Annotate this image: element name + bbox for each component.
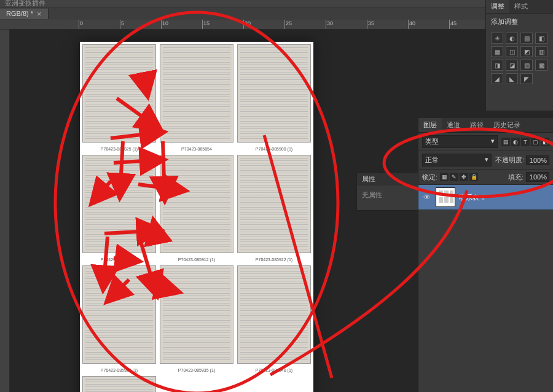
properties-panel: 属性 无属性 bbox=[356, 172, 424, 211]
contact-sheet-page: P70423-085940 (1) bbox=[237, 265, 311, 364]
fill-label: 填充: bbox=[508, 173, 524, 182]
contact-sheet-page: P70423-085912 (1) bbox=[160, 155, 233, 253]
tab-styles[interactable]: 样式 bbox=[509, 0, 533, 13]
plugin-label: 亚洲变换插件 bbox=[5, 0, 45, 8]
tab-paths[interactable]: 路径 bbox=[465, 118, 488, 132]
ruler-label: 0 bbox=[80, 20, 83, 26]
adjustment-icon[interactable]: ▩ bbox=[535, 60, 547, 71]
ruler-label: 40 bbox=[409, 20, 415, 26]
page-thumbnail-label: P70423-085854 bbox=[160, 147, 233, 151]
adjustment-icon[interactable]: ▤ bbox=[520, 33, 533, 44]
page-thumbnail bbox=[82, 155, 156, 253]
adjustment-icon[interactable]: ☀ bbox=[491, 33, 503, 44]
layer-kind-label: 类型 bbox=[425, 137, 439, 146]
lock-transparent-icon[interactable]: ▦ bbox=[440, 173, 449, 181]
lock-icons-group: ▦ ✎ ✥ 🔒 bbox=[440, 173, 478, 181]
filter-icons: ▤ ◐ T ▢ ◧ bbox=[501, 138, 549, 146]
adjustment-icon[interactable]: ◧ bbox=[535, 33, 547, 44]
ruler-tick bbox=[367, 20, 367, 29]
blend-opacity-row: 正常 ▾ 不透明度: 100% bbox=[418, 151, 553, 170]
ruler-tick bbox=[408, 20, 409, 29]
layer-item[interactable]: 👁 联系表 II bbox=[418, 185, 553, 210]
lock-all-icon[interactable]: 🔒 bbox=[469, 173, 478, 181]
contact-sheet-page: P70423-085854 bbox=[160, 44, 233, 143]
ruler-label: 35 bbox=[368, 20, 374, 26]
adjustment-icon[interactable]: ◨ bbox=[491, 60, 503, 71]
chevron-down-icon: ▾ bbox=[485, 155, 488, 165]
filter-pixel-icon[interactable]: ▤ bbox=[501, 138, 510, 146]
tab-layers[interactable]: 图层 bbox=[418, 118, 442, 132]
ruler-tick bbox=[284, 20, 285, 29]
contact-sheet-page: P70423-085900 (1) bbox=[237, 44, 311, 143]
adjustment-icon[interactable]: ◪ bbox=[506, 60, 518, 71]
ruler-horizontal: 051015202530354045 bbox=[0, 20, 553, 29]
filter-shape-icon[interactable]: ▢ bbox=[531, 138, 539, 146]
lock-brush-icon[interactable]: ✎ bbox=[450, 173, 458, 181]
adjustment-icon[interactable]: ▦ bbox=[491, 46, 503, 57]
adjustment-icon[interactable]: ◣ bbox=[506, 73, 518, 84]
contact-sheet-page: P70423-085935 (1) bbox=[160, 265, 233, 364]
opacity-input[interactable]: 100% bbox=[526, 155, 549, 165]
ruler-tick bbox=[161, 20, 162, 29]
chevron-down-icon: ▾ bbox=[491, 137, 495, 146]
adjustment-icon[interactable]: ◢ bbox=[491, 73, 503, 84]
layers-panel-tabs: 图层 通道 路径 历史记录 bbox=[418, 118, 553, 133]
opacity-label: 不透明度: bbox=[495, 155, 524, 165]
ruler-tick bbox=[243, 20, 244, 29]
close-tab-icon[interactable]: × bbox=[37, 10, 42, 18]
layer-kind-dropdown[interactable]: 类型 ▾ bbox=[422, 135, 498, 148]
blend-mode-value: 正常 bbox=[425, 155, 439, 165]
ruler-vertical bbox=[0, 29, 10, 392]
page-thumbnail-label: P70423-085940 (1) bbox=[237, 368, 311, 372]
adjustment-icon[interactable]: ◩ bbox=[520, 46, 533, 57]
page-thumbnail-label: P70423-085825 (1) bbox=[82, 147, 156, 151]
page-thumbnail-label: P70423-085927 (1) bbox=[82, 368, 156, 372]
page-thumbnail-label: P70423-085922 (1) bbox=[237, 257, 311, 262]
page-thumbnail-label: P70423-085935 (1) bbox=[160, 368, 233, 372]
document-tabs: RGB/8) * × bbox=[0, 7, 553, 20]
contact-sheet-page: P70423-085947 (1) bbox=[82, 376, 156, 392]
lock-label: 锁定: bbox=[422, 173, 437, 182]
tab-properties[interactable]: 属性 bbox=[357, 173, 423, 186]
adjustment-icon[interactable]: ◐ bbox=[506, 33, 518, 44]
ruler-label: 20 bbox=[245, 20, 251, 26]
ruler-label: 5 bbox=[121, 20, 124, 26]
adjustment-icon[interactable]: ◤ bbox=[520, 73, 533, 84]
adjustment-icon-grid: ☀◐▤◧▦◫◩▥◨◪▧▩◢◣◤ bbox=[486, 30, 553, 87]
fill-input[interactable]: 100% bbox=[526, 172, 549, 182]
adjustments-panel: 调整 样式 添加调整 ☀◐▤◧▦◫◩▥◨◪▧▩◢◣◤ bbox=[485, 0, 553, 111]
adjustment-icon[interactable]: ▧ bbox=[520, 60, 533, 71]
contact-sheet-page: P70423-085922 (1) bbox=[237, 155, 311, 253]
filter-type-icon[interactable]: T bbox=[521, 138, 530, 146]
tab-channels[interactable]: 通道 bbox=[442, 118, 465, 132]
page-thumbnail bbox=[237, 265, 311, 364]
ruler-tick bbox=[326, 20, 326, 29]
page-thumbnail bbox=[82, 265, 156, 364]
page-thumbnail bbox=[160, 265, 233, 364]
tab-history[interactable]: 历史记录 bbox=[488, 118, 525, 132]
page-thumbnail bbox=[237, 155, 311, 253]
filter-smart-icon[interactable]: ◧ bbox=[541, 138, 549, 146]
document-tab[interactable]: RGB/8) * × bbox=[0, 9, 49, 19]
lock-position-icon[interactable]: ✥ bbox=[460, 173, 468, 181]
filter-adj-icon[interactable]: ◐ bbox=[511, 138, 520, 146]
adjustment-icon[interactable]: ◫ bbox=[506, 46, 518, 57]
page-thumbnail-label: P70423-085905 (1) bbox=[82, 257, 156, 262]
layer-filter-row: 类型 ▾ ▤ ◐ T ▢ ◧ bbox=[418, 133, 553, 151]
page-thumbnail bbox=[237, 44, 311, 143]
ruler-label: 30 bbox=[327, 20, 333, 26]
ruler-label: 45 bbox=[450, 20, 457, 26]
adjustment-icon[interactable]: ▥ bbox=[535, 46, 547, 57]
tab-adjustments[interactable]: 调整 bbox=[486, 0, 509, 13]
ruler-tick bbox=[202, 20, 203, 29]
lock-fill-row: 锁定: ▦ ✎ ✥ 🔒 填充: 100% bbox=[418, 170, 553, 185]
layers-panel: 图层 通道 路径 历史记录 类型 ▾ ▤ ◐ T ▢ ◧ 正常 ▾ 不透明度: … bbox=[418, 118, 553, 392]
blend-mode-dropdown[interactable]: 正常 ▾ bbox=[422, 154, 492, 167]
layer-name[interactable]: 联系表 II bbox=[459, 193, 485, 202]
contact-sheet-page: P70423-085905 (1) bbox=[82, 155, 156, 253]
layer-thumbnail[interactable] bbox=[436, 187, 455, 207]
visibility-eye-icon[interactable]: 👁 bbox=[422, 192, 432, 202]
layers-list: 👁 联系表 II bbox=[418, 185, 553, 210]
document-canvas[interactable]: P70423-085825 (1)P70423-085854P70423-085… bbox=[80, 42, 313, 392]
ruler-tick bbox=[449, 20, 450, 29]
